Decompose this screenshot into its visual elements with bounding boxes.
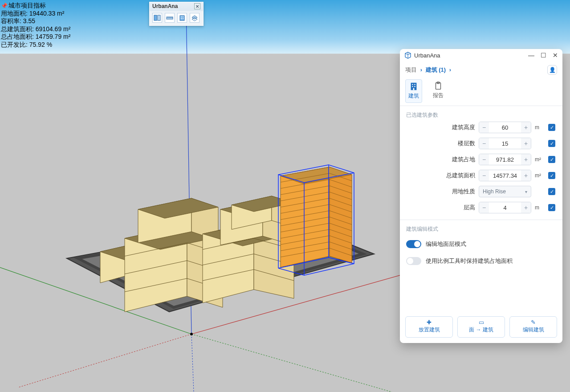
svg-marker-22 [191,198,218,241]
stepper-floors[interactable]: − 15 + [479,138,531,149]
breadcrumb[interactable]: 项目 › 建筑 (1) › [405,66,453,74]
value-floor-height[interactable]: 4 [489,202,521,213]
window-minimize-icon[interactable]: — [528,52,534,58]
increment-button[interactable]: + [521,154,531,165]
breadcrumb-active[interactable]: 建筑 (1) [426,66,446,73]
svg-line-19 [187,261,223,272]
svg-rect-69 [158,15,160,20]
increment-button[interactable]: + [521,170,531,181]
svg-line-45 [330,180,352,187]
face-to-building-label: 面 → 建筑 [469,326,493,334]
app-logo-icon [404,52,411,59]
svg-marker-11 [100,241,176,261]
unit-m2: m² [535,156,545,163]
svg-line-48 [281,192,330,201]
svg-marker-9 [100,241,149,283]
mini-toolbar-close-icon[interactable]: ✕ [194,3,200,9]
hud-title: 城市项目指标 [8,2,46,9]
stepper-building-height[interactable]: − 60 + [479,122,531,133]
svg-line-49 [330,192,352,200]
breadcrumb-root[interactable]: 项目 [405,66,417,73]
svg-line-59 [330,223,352,231]
svg-marker-25 [254,223,294,298]
svg-line-18 [187,243,223,254]
svg-line-44 [281,180,330,188]
face-to-building-button[interactable]: ▭ 面 → 建筑 [457,316,505,338]
decrement-button[interactable]: − [479,170,489,181]
svg-line-55 [330,211,352,218]
user-icon[interactable]: 👤 [547,65,557,75]
value-building-height[interactable]: 60 [489,122,521,133]
edit-building-button[interactable]: ✎ 编辑建筑 [509,316,557,338]
mini-toolbar[interactable]: UrbanAna ✕ [149,2,204,26]
tool-building-icon[interactable] [177,13,187,23]
lock-checkbox[interactable]: ✓ [548,204,555,211]
svg-line-62 [281,236,330,245]
svg-line-5 [18,334,191,388]
svg-marker-36 [232,196,272,229]
panel-titlebar[interactable]: UrbanAna — ☐ ✕ [400,49,562,61]
decrement-button[interactable]: − [479,202,489,213]
svg-line-61 [330,229,352,237]
stepper-gfa[interactable]: − 14577.34 + [479,170,531,181]
tab-building-label: 建筑 [408,92,419,100]
svg-line-52 [281,204,330,213]
svg-line-51 [330,198,352,206]
lock-checkbox[interactable]: ✓ [548,188,555,195]
place-building-button[interactable]: ✚ 放置建筑 [405,316,453,338]
svg-rect-68 [154,15,157,20]
svg-line-1 [0,263,191,334]
label-floors: 楼层数 [406,139,475,147]
svg-line-58 [281,223,330,232]
value-gfa[interactable]: 14577.34 [489,170,521,181]
unit-m: m [535,124,545,131]
increment-button[interactable]: + [521,122,531,133]
svg-rect-76 [181,16,182,17]
hud-overlay: 📌城市项目指标 用地面积: 19440.33 m² 容积率: 3.55 总建筑面… [1,2,70,49]
section-params-title: 已选建筑参数 [400,106,562,122]
decrement-button[interactable]: − [479,122,489,133]
chevron-down-icon: ▾ [525,189,527,194]
window-close-icon[interactable]: ✕ [553,52,558,58]
lock-checkbox[interactable]: ✓ [548,140,555,147]
svg-line-60 [281,229,330,238]
increment-button[interactable]: + [521,138,531,149]
svg-line-65 [330,242,352,249]
lock-checkbox[interactable]: ✓ [548,156,555,163]
hud-row: 已开发比: 75.92 % [1,41,70,49]
decrement-button[interactable]: − [479,154,489,165]
svg-line-3 [191,334,194,392]
switch-edit-ground[interactable] [406,240,421,248]
value-footprint[interactable]: 971.82 [489,154,521,165]
tool-split-icon[interactable] [152,13,162,23]
dropdown-landuse[interactable]: High Rise ▾ [479,186,531,197]
window-maximize-icon[interactable]: ☐ [541,52,546,58]
label-footprint: 建筑占地 [406,155,475,163]
increment-button[interactable]: + [521,202,531,213]
svg-marker-35 [220,200,289,217]
face-icon: ▭ [479,319,484,325]
section-edit-title: 建筑编辑模式 [400,220,562,236]
tab-report[interactable]: 报告 [430,79,446,103]
svg-rect-78 [181,18,182,19]
lock-checkbox[interactable]: ✓ [548,124,555,131]
switch-keep-footprint[interactable] [406,257,421,265]
svg-line-32 [254,270,294,281]
lock-checkbox[interactable]: ✓ [548,172,555,179]
svg-line-67 [330,248,352,256]
selected-highrise [278,165,354,275]
svg-line-50 [281,198,330,207]
tool-layer-icon[interactable] [190,13,200,23]
svg-marker-33 [220,200,263,245]
tab-building[interactable]: 建筑 [405,79,422,103]
stepper-footprint[interactable]: − 971.82 + [479,154,531,165]
viewport-3d[interactable]: 📌城市项目指标 用地面积: 19440.33 m² 容积率: 3.55 总建筑面… [0,0,570,392]
tool-ruler-icon[interactable] [165,13,175,23]
stepper-floor-height[interactable]: − 4 + [479,202,531,213]
svg-marker-40 [330,167,352,263]
properties-panel: UrbanAna — ☐ ✕ 项目 › 建筑 (1) › 👤 建筑 [400,49,562,343]
value-floors[interactable]: 15 [489,138,521,149]
svg-marker-13 [187,225,223,307]
decrement-button[interactable]: − [479,138,489,149]
svg-line-30 [254,254,294,265]
